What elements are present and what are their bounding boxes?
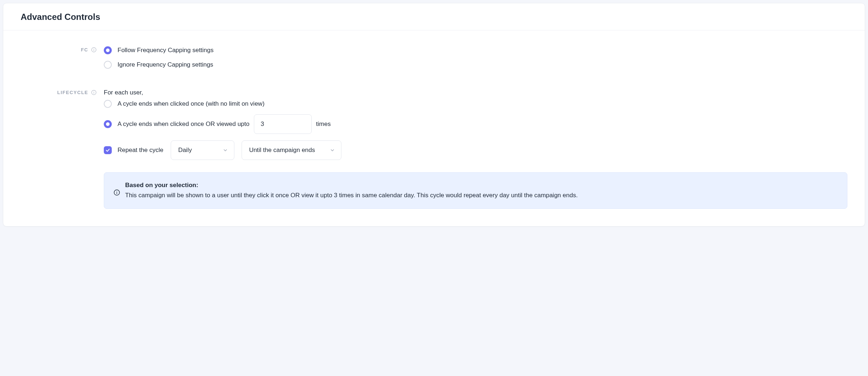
card-body: FC Follow Frequency Capping settings I <box>3 30 865 226</box>
repeat-label: Repeat the cycle <box>118 147 163 154</box>
svg-point-5 <box>94 91 94 92</box>
lifecycle-lead: For each user, <box>104 89 847 96</box>
radio-icon <box>104 120 112 128</box>
svg-point-8 <box>116 191 117 192</box>
repeat-frequency-select[interactable]: Daily <box>171 140 234 160</box>
repeat-until-select[interactable]: Until the campaign ends <box>242 140 341 160</box>
lifecycle-label-group: LIFECYCLE <box>21 89 97 95</box>
lifecycle-option-clicked-or-viewed[interactable]: A cycle ends when clicked once OR viewed… <box>104 114 847 134</box>
fc-label: FC <box>81 47 88 52</box>
repeat-cycle-checkbox[interactable]: Repeat the cycle <box>104 146 163 154</box>
option-label-post: times <box>316 121 331 128</box>
fc-row: FC Follow Frequency Capping settings I <box>21 46 847 69</box>
chevron-down-icon <box>222 147 228 153</box>
select-value: Until the campaign ends <box>249 147 315 154</box>
info-icon[interactable] <box>91 47 97 52</box>
radio-icon <box>104 46 112 54</box>
fc-option-follow[interactable]: Follow Frequency Capping settings <box>104 46 847 54</box>
radio-icon <box>104 61 112 69</box>
fc-options: Follow Frequency Capping settings Ignore… <box>104 46 847 69</box>
lifecycle-options: A cycle ends when clicked once (with no … <box>104 100 847 134</box>
checkbox-icon <box>104 146 112 154</box>
view-count-input[interactable] <box>254 114 312 134</box>
lifecycle-content: For each user, A cycle ends when clicked… <box>104 89 847 209</box>
lifecycle-label: LIFECYCLE <box>57 90 88 95</box>
fc-option-label: Ignore Frequency Capping settings <box>118 61 213 68</box>
info-icon <box>114 189 120 199</box>
selection-summary-panel: Based on your selection: This campaign w… <box>104 172 847 209</box>
summary-text: Based on your selection: This campaign w… <box>125 181 578 200</box>
lifecycle-row: LIFECYCLE For each user, A cycle ends wh… <box>21 89 847 209</box>
card-header: Advanced Controls <box>3 3 865 30</box>
fc-label-group: FC <box>21 46 97 52</box>
option-label: A cycle ends when clicked once (with no … <box>118 100 264 107</box>
svg-point-2 <box>94 48 94 49</box>
fc-option-label: Follow Frequency Capping settings <box>118 47 214 54</box>
advanced-controls-card: Advanced Controls FC Follow Frequency Ca… <box>3 3 865 227</box>
fc-option-ignore[interactable]: Ignore Frequency Capping settings <box>104 61 847 69</box>
lifecycle-option-clicked-once[interactable]: A cycle ends when clicked once (with no … <box>104 100 847 108</box>
select-value: Daily <box>178 147 192 154</box>
repeat-cycle-row: Repeat the cycle Daily Until the campaig… <box>104 140 847 160</box>
summary-body: This campaign will be shown to a user un… <box>125 191 578 200</box>
radio-icon <box>104 100 112 108</box>
card-title: Advanced Controls <box>21 12 847 22</box>
info-icon[interactable] <box>91 90 97 95</box>
chevron-down-icon <box>329 147 335 153</box>
summary-title: Based on your selection: <box>125 181 578 190</box>
option-label-pre: A cycle ends when clicked once OR viewed… <box>118 121 250 128</box>
